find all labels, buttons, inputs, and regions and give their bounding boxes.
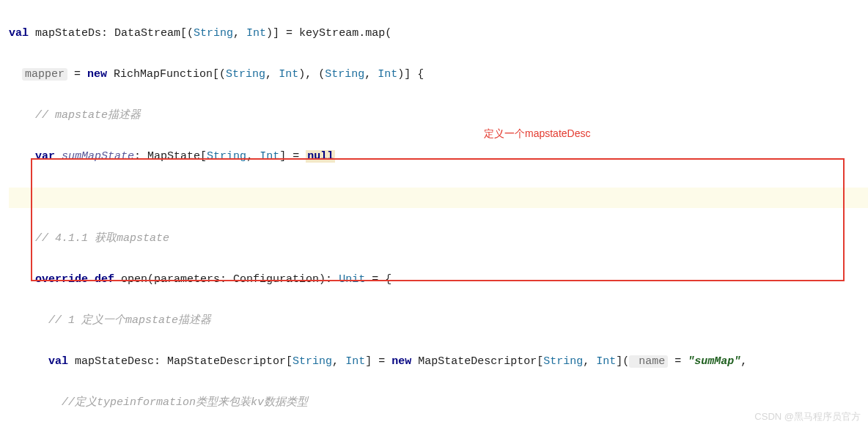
code-line: // 4.1.1 获取mapstate: [9, 229, 868, 249]
code-line-highlighted: [9, 188, 868, 208]
code-line: val mapStateDesc: MapStateDescriptor[Str…: [9, 352, 868, 372]
code-line: //定义typeinformation类型来包装kv数据类型: [9, 393, 868, 413]
code-line: // mapstate描述器: [9, 105, 868, 126]
annotation-label: 定义一个mapstateDesc: [484, 123, 590, 144]
code-line: // 1 定义一个mapstate描述器: [9, 311, 868, 331]
code-line: var sumMapState: MapState[String, Int] =…: [9, 147, 868, 167]
code-line: override def open(parameters: Configurat…: [9, 270, 868, 290]
watermark-text: CSDN @黑马程序员官方: [754, 407, 861, 427]
code-line: mapper = new RichMapFunction[(String, In…: [9, 64, 868, 85]
code-block: val mapStateDs: DataStream[(String, Int)…: [0, 0, 868, 430]
param-hint: mapper: [22, 68, 67, 81]
code-line: val mapStateDs: DataStream[(String, Int)…: [9, 23, 868, 44]
keyword-val: val: [9, 27, 29, 40]
param-hint: name: [629, 355, 668, 368]
